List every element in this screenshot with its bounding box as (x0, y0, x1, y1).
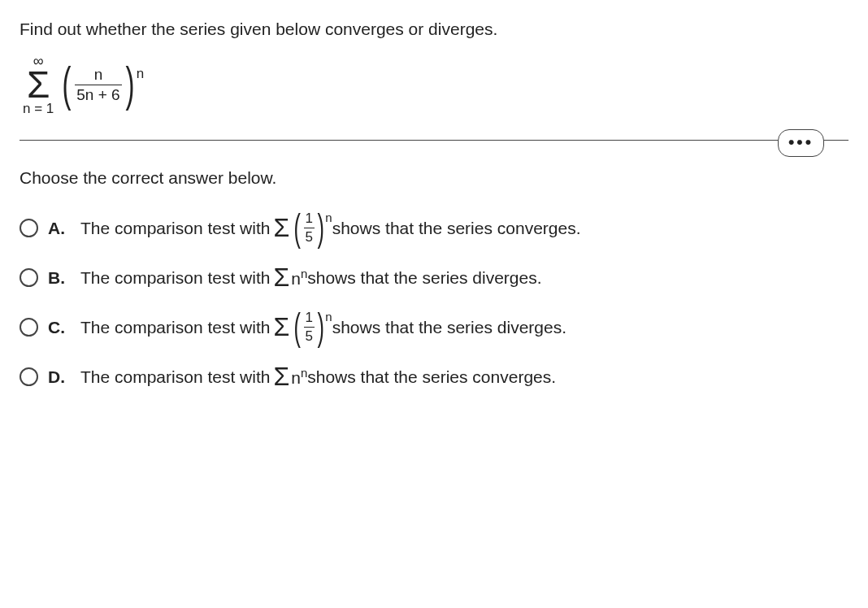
exponent: n (137, 66, 144, 82)
option-d-post: shows that the series converges. (307, 367, 556, 387)
sigma-icon: Σ (273, 267, 289, 289)
option-c[interactable]: C. The comparison test with Σ ( 1 5 ) n … (20, 310, 848, 345)
radio-b[interactable] (20, 268, 38, 287)
option-a[interactable]: A. The comparison test with Σ ( 1 5 ) n … (20, 211, 848, 245)
more-options-button[interactable]: ••• (778, 129, 824, 157)
denominator: 5n + 6 (75, 85, 121, 104)
option-d[interactable]: D. The comparison test with Σ nn shows t… (20, 366, 848, 388)
denominator: 5 (304, 228, 315, 245)
radio-c[interactable] (20, 318, 38, 337)
option-b-body: The comparison test with Σ nn shows that… (80, 267, 542, 289)
option-c-post: shows that the series diverges. (332, 318, 566, 337)
numerator: 1 (304, 211, 315, 228)
fraction: 1 5 (304, 211, 315, 245)
option-c-pre: The comparison test with (80, 318, 270, 337)
radio-d[interactable] (20, 367, 38, 386)
left-paren-icon: ( (294, 217, 301, 240)
option-a-expr: ( 1 5 ) n (291, 211, 332, 245)
exponent: n (325, 310, 332, 324)
exponent: n (325, 211, 332, 224)
divider-line (20, 140, 848, 141)
nn-base: n (291, 269, 301, 288)
option-c-body: The comparison test with Σ ( 1 5 ) n sho… (80, 310, 566, 345)
sigma-icon: Σ (273, 367, 289, 388)
sigma-lower-bound: n = 1 (23, 102, 54, 115)
sigma-icon: Σ (273, 218, 289, 239)
fraction: 1 5 (304, 310, 315, 345)
choose-prompt: Choose the correct answer below. (20, 168, 848, 188)
fraction: n 5n + 6 (75, 66, 121, 104)
option-d-letter: D. (48, 367, 66, 387)
option-b-letter: B. (48, 268, 66, 288)
left-paren: ( (63, 67, 72, 102)
option-a-letter: A. (48, 219, 66, 238)
right-paren: ) (125, 67, 134, 102)
nn-base: n (291, 368, 301, 387)
option-b-nn: nn (291, 267, 307, 289)
right-paren-icon: ) (317, 316, 323, 339)
option-d-pre: The comparison test with (80, 367, 270, 387)
numerator: 1 (304, 310, 315, 327)
option-a-post: shows that the series converges. (332, 219, 581, 238)
option-c-expr: ( 1 5 ) n (291, 310, 332, 345)
option-a-pre: The comparison test with (80, 219, 270, 238)
sigma-symbol: Σ (27, 68, 50, 102)
right-paren-icon: ) (317, 217, 323, 240)
nn-exp: n (301, 267, 307, 280)
option-a-body: The comparison test with Σ ( 1 5 ) n sho… (80, 211, 581, 245)
sigma-icon: Σ (273, 317, 289, 338)
left-paren-icon: ( (294, 316, 301, 339)
sigma-block: ∞ Σ n = 1 (23, 54, 54, 115)
denominator: 5 (304, 327, 315, 345)
series-formula: ∞ Σ n = 1 ( n 5n + 6 ) n (23, 54, 848, 115)
option-d-nn: nn (291, 366, 307, 388)
radio-a[interactable] (20, 219, 38, 237)
option-c-letter: C. (48, 318, 66, 337)
option-b-post: shows that the series diverges. (307, 268, 541, 288)
nn-exp: n (301, 366, 307, 380)
numerator: n (93, 66, 105, 85)
option-b[interactable]: B. The comparison test with Σ nn shows t… (20, 267, 848, 289)
option-d-body: The comparison test with Σ nn shows that… (80, 366, 556, 388)
question-text: Find out whether the series given below … (20, 20, 848, 39)
options-group: A. The comparison test with Σ ( 1 5 ) n … (20, 211, 848, 388)
divider-row: ••• (20, 140, 848, 141)
option-b-pre: The comparison test with (80, 268, 270, 288)
paren-group: ( n 5n + 6 ) n (59, 66, 144, 104)
